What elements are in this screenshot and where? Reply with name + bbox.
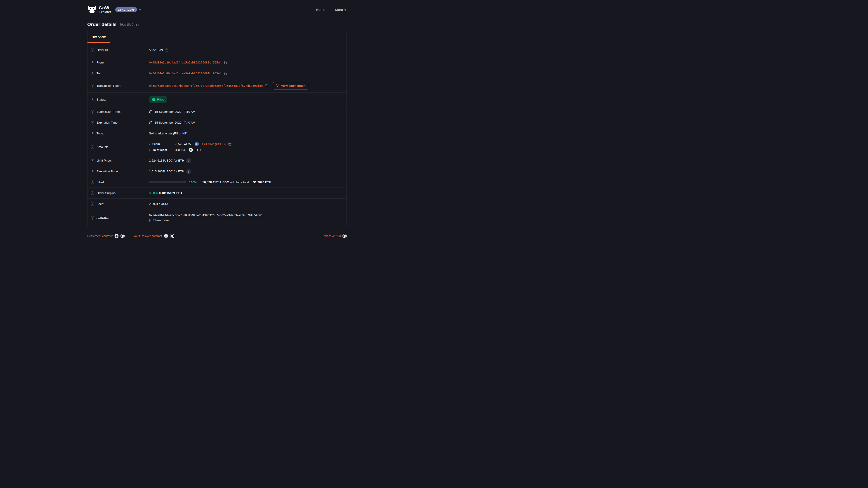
order-id-value: 56ac15a9 [149,48,163,52]
expiration-time-value: 15 September 2022 - 7:40 AM [155,121,195,124]
brand-logo[interactable]: CoW Explorer [87,6,111,13]
copy-icon[interactable] [228,142,231,146]
help-icon[interactable]: ? [91,84,94,88]
row-value: 15 September 2022 - 7:40 AM [149,121,343,125]
svg-text:$: $ [196,143,197,145]
page-title: Order details [87,22,117,27]
order-surplus-value: 0.18115189 ETH [159,191,182,195]
chevron-down-icon [139,9,141,11]
amount-from-key: From [152,142,174,146]
table-row-execution-price: ? Execution Price: 1,615.2007USDC for ET… [88,166,346,177]
view-batch-graph-button[interactable]: View batch graph [273,82,308,90]
order-surplus-label: Order Surplus: [96,191,116,195]
row-label: ? Limit Price: [91,159,149,162]
eth-token-label: ETH [195,148,201,152]
transaction-hash-link[interactable]: 0x35f65ec4a9d84e27bdb6844f13e7cb72d9de62… [149,84,263,88]
settlement-contract-link[interactable]: Settlement contract [87,234,113,238]
status-label: Status: [96,98,106,101]
etherscan-icon[interactable] [164,234,168,238]
footer: Settlement contract Vault Relayer contra… [87,234,347,238]
from-address-link[interactable]: 0x04d84e1d86cfad5ffea5e9ab833276481bf965… [149,61,221,64]
brand-name: CoW Explorer [99,6,111,13]
row-label: ? Amount: [91,145,149,149]
copy-icon[interactable] [135,23,139,26]
filled-bought-amount: 31.2676 ETH [253,181,271,184]
row-value: Filled [149,96,343,103]
help-icon[interactable]: ? [91,145,94,149]
appdata-show-more[interactable]: [+] Show more [149,219,263,222]
help-icon[interactable]: ? [91,132,94,135]
row-label: ? To: [91,72,149,75]
to-label: To: [96,72,101,75]
row-label: ? AppData: [91,216,149,220]
order-details-card: Overview ? Order Id: 56ac15a9 ? From: 0x… [87,31,347,226]
network-badge[interactable]: ETHEREUM [115,7,137,12]
help-icon[interactable]: ? [91,191,94,195]
github-icon[interactable] [342,234,347,238]
web-version-group: Web: v2.25.0 [324,234,347,238]
expiration-time-label: Expiration Time: [96,121,119,124]
row-value: 0.58% 0.18115189 ETH [149,191,343,195]
table-row-submission-time: ? Submission Time: 15 September 2022 - 7… [88,106,346,117]
help-icon[interactable]: ? [91,170,94,173]
filled-percent: 100% [189,181,197,184]
submission-time-value: 15 September 2022 - 7:10 AM [155,110,195,113]
help-icon[interactable]: ? [91,61,94,64]
brand-line2: Explorer [99,10,111,13]
amount-to-value: 31.0864 [174,148,185,152]
nav-more-label: More [335,8,343,11]
usdc-token-link[interactable]: USD Coin (USDC) [200,142,225,146]
order-details-table: ? Order Id: 56ac15a9 ? From: 0x04d84e1d8… [88,43,346,226]
check-circle-icon [152,98,155,101]
fees-value: 22.9317 USDC [149,202,169,205]
etherscan-icon[interactable] [114,234,119,238]
copy-icon[interactable] [165,48,168,52]
help-icon[interactable]: ? [91,72,94,75]
table-row-filled: ? Filled: 100% 50,526.4175 USDC sold for… [88,177,346,188]
help-icon[interactable]: ? [91,121,94,125]
triangle-right-icon [149,143,150,145]
status-badge: Filled [149,96,167,103]
appdata-value: 0xfda28b94d496c30e7bf8d159f8e2c439692657… [149,214,263,217]
eth-token-icon [189,148,193,152]
nav-more-link[interactable]: More [335,8,346,11]
network-selector[interactable]: ETHEREUM [115,7,141,12]
chevron-down-icon [344,9,346,11]
github-icon[interactable] [121,234,125,238]
copy-icon[interactable] [223,61,227,64]
execution-price-label: Execution Price: [96,170,119,173]
to-address-link[interactable]: 0x04d84e1d86cfad5ffea5e9ab833276481bf965… [149,72,221,75]
limit-price-value: 1,624.6131USDC for ETH [149,159,184,162]
appdata-label: AppData: [96,216,109,219]
row-value: 22.9317 USDC [149,202,343,205]
main-nav: Home More [316,8,347,11]
web-version-link[interactable]: Web: v2.25.0 [324,234,341,238]
help-icon[interactable]: ? [91,181,94,184]
help-icon[interactable]: ? [91,98,94,101]
help-icon[interactable]: ? [91,202,94,206]
row-value: From 50,526.4175 $ USD Coin (USDC) To at… [149,139,343,155]
copy-icon[interactable] [265,84,269,88]
help-icon[interactable]: ? [91,216,94,220]
tab-overview[interactable]: Overview [88,31,110,43]
help-icon[interactable]: ? [91,159,94,162]
amount-label: Amount: [96,145,108,149]
table-row-to: ? To: 0x04d84e1d86cfad5ffea5e9ab83327648… [88,68,346,78]
clock-icon [149,110,153,113]
row-label: ? Type: [91,132,149,135]
nav-home-link[interactable]: Home [316,8,325,11]
swap-price-icon[interactable] [186,158,191,163]
title-row: Order details 56ac15a9 [87,22,347,27]
type-label: Type: [96,132,104,135]
filled-label: Filled: [96,181,105,184]
github-icon[interactable] [170,234,174,238]
row-value: 0xfda28b94d496c30e7bf8d159f8e2c439692657… [149,210,343,225]
table-row-from: ? From: 0x04d84e1d86cfad5ffea5e9ab833276… [88,57,346,68]
row-label: ? Transaction Hash: [91,84,149,88]
copy-icon[interactable] [223,72,227,75]
row-value: 0x35f65ec4a9d84e27bdb6844f13e7cb72d9de62… [149,82,343,90]
swap-price-icon[interactable] [186,169,191,174]
vault-relayer-contract-link[interactable]: Vault Relayer contract [133,234,162,238]
help-icon[interactable]: ? [91,48,94,52]
help-icon[interactable]: ? [91,110,94,113]
